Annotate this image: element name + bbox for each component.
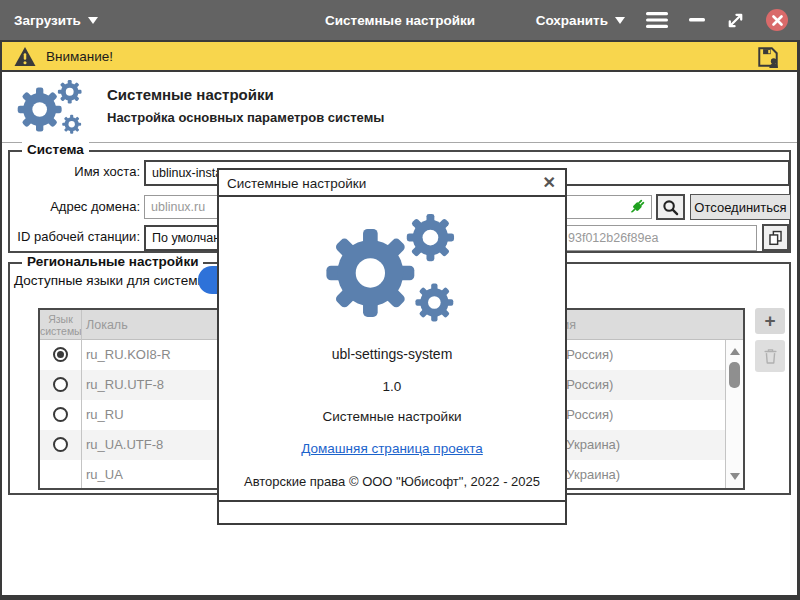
about-dialog: Системные настройки ✕ ubl-settings-syste… (217, 168, 567, 525)
trash-icon (762, 347, 779, 365)
homepage-link[interactable]: Домашняя страница проекта (301, 441, 483, 456)
copyright-text: Авторские права © ООО "Юбисофт", 2022 - … (219, 474, 565, 489)
column-divider (81, 310, 82, 488)
about-dialog-titlebar: Системные настройки ✕ (219, 170, 565, 197)
domain-label: Адрес домена: (12, 199, 140, 214)
warning-icon (13, 46, 37, 67)
add-icon: + (764, 310, 775, 332)
page-header: Системные настройки Настройка основных п… (2, 74, 797, 143)
disconnect-button[interactable]: Отсоединиться (690, 194, 791, 220)
chevron-down-icon (615, 17, 625, 24)
hostname-label: Имя хоста: (12, 164, 140, 179)
menu-button[interactable] (646, 12, 668, 28)
radio-icon[interactable] (53, 407, 68, 422)
dialog-close-icon[interactable]: ✕ (543, 173, 556, 192)
copy-id-button[interactable] (762, 224, 789, 251)
warning-text: Внимание! (46, 49, 113, 64)
radio-icon[interactable] (53, 377, 68, 392)
column-header-system-language: Язык системы (40, 313, 81, 337)
minimize-icon (689, 18, 705, 22)
toolbar-right-group: Сохранить (536, 0, 788, 40)
delete-locale-button[interactable] (755, 340, 785, 372)
page-title: Системные настройки (107, 86, 274, 103)
search-icon (662, 199, 679, 216)
plug-icon (627, 197, 647, 221)
close-button[interactable] (766, 9, 788, 31)
copy-icon (767, 229, 784, 246)
maximize-button[interactable] (726, 11, 745, 30)
chevron-down-icon (88, 17, 98, 24)
save-user-icon (756, 45, 780, 69)
minimize-button[interactable] (689, 18, 705, 22)
load-button[interactable]: Загрузить (14, 0, 98, 40)
scroll-up-icon[interactable] (730, 348, 740, 355)
about-dialog-title: Системные настройки (227, 176, 366, 191)
maximize-icon (726, 11, 745, 30)
save-config-button[interactable] (756, 45, 780, 73)
close-icon (772, 15, 783, 26)
save-button[interactable]: Сохранить (536, 13, 625, 28)
app-window: Загрузить Системные настройки Сохранить (0, 0, 800, 600)
app-version: 1.0 (219, 379, 565, 394)
available-languages-label: Доступные языки для системы: (14, 273, 211, 288)
window-title: Системные настройки (325, 0, 475, 40)
toolbar: Загрузить Системные настройки Сохранить (0, 0, 800, 42)
window-border (0, 595, 800, 600)
radio-icon[interactable] (53, 347, 68, 362)
workstation-id-label: ID рабочей станции: (12, 229, 140, 244)
gears-logo-icon (10, 77, 92, 145)
scroll-down-icon[interactable] (730, 473, 740, 480)
regional-section-legend: Региональные настройки (22, 254, 203, 269)
page-subtitle: Настройка основных параметров системы (107, 110, 384, 125)
load-button-label: Загрузить (14, 13, 81, 28)
scrollbar-thumb[interactable] (729, 362, 740, 388)
window-border (0, 42, 2, 600)
column-header-locale: Локаль (86, 318, 128, 332)
save-button-label: Сохранить (536, 13, 608, 28)
gears-logo-icon (319, 208, 467, 340)
app-description: Системные настройки (219, 409, 565, 424)
system-section-legend: Система (22, 142, 89, 157)
app-name: ubl-settings-system (219, 346, 565, 362)
dialog-footer (219, 500, 565, 523)
search-domain-button[interactable] (656, 194, 685, 220)
radio-icon[interactable] (53, 437, 68, 452)
add-locale-button[interactable]: + (755, 308, 785, 334)
menu-icon (646, 12, 668, 28)
warning-bar: Внимание! (0, 42, 800, 72)
table-scrollbar[interactable] (725, 340, 743, 488)
